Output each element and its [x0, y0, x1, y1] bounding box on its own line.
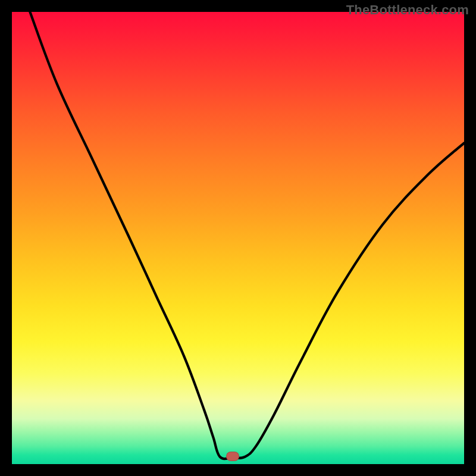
chart-frame: TheBottleneck.com: [0, 0, 476, 476]
bottleneck-curve: [12, 12, 464, 464]
watermark-text: TheBottleneck.com: [346, 2, 469, 18]
optimal-point-marker: [226, 452, 239, 461]
plot-area: [12, 12, 464, 464]
